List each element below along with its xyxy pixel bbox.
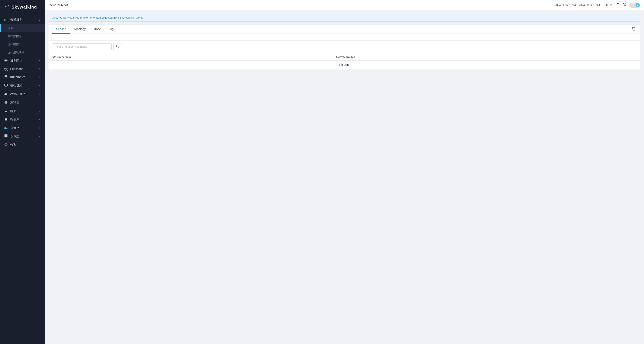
- cloud-icon: [4, 92, 8, 96]
- sidebar-label-general-services: 普通服务: [10, 18, 22, 22]
- search-bar: [49, 40, 640, 53]
- sidebar: Skywalking 普通服务 ▲ 服务 虚拟数据库 虚拟缓存 虚拟消息队列: [0, 0, 45, 344]
- sidebar-label-self-monitor: 自监控: [10, 126, 19, 130]
- sidebar-item-aws-cloud[interactable]: AWS云服务 ▼: [0, 90, 45, 98]
- tab-log-label: Log: [108, 27, 114, 31]
- svg-point-14: [6, 85, 6, 86]
- sidebar-item-infrastructure[interactable]: 基础设施 ▼: [0, 81, 45, 90]
- sidebar-item-self-monitor[interactable]: Sw 自监控 ▼: [0, 124, 45, 132]
- view-toggle[interactable]: V: [629, 2, 640, 8]
- chevron-down-icon-3: ▼: [38, 76, 41, 78]
- sidebar-label-virtual-mq: 虚拟消息队列: [8, 50, 24, 54]
- svg-point-40: [116, 45, 118, 47]
- sidebar-label-virtual-db: 虚拟数据库: [8, 34, 22, 38]
- svg-rect-2: [4, 20, 5, 21]
- svg-rect-29: [4, 134, 6, 136]
- sidebar-item-dashboard[interactable]: 仪表盘 ▼: [0, 132, 45, 141]
- svg-rect-27: [5, 119, 7, 120]
- svg-rect-32: [6, 136, 8, 138]
- sidebar-label-aws: AWS云服务: [10, 92, 26, 96]
- chevron-down-icon-7: ▼: [38, 118, 41, 121]
- svg-point-35: [6, 145, 6, 146]
- sidebar-item-virtual-db[interactable]: 虚拟数据库: [0, 32, 45, 40]
- info-bar-text: Observe Service through telemetry data c…: [52, 16, 143, 19]
- skywalking-logo-icon: [4, 4, 10, 11]
- sidebar-logo: Skywalking: [0, 0, 45, 14]
- sidebar-label-database: 数据库: [10, 118, 19, 122]
- chevron-down-icon-4: ▼: [38, 84, 41, 87]
- chevron-down-icon-8: ▼: [38, 127, 41, 129]
- sidebar-item-gateway[interactable]: 网关 ▼: [0, 107, 45, 116]
- col-header-service-groups: Service Groups: [49, 53, 333, 60]
- svg-rect-39: [633, 28, 635, 30]
- refresh-button[interactable]: [616, 2, 620, 8]
- time-range: 2024-02-02 16:14 ~ 2024-02-02 16:44: [555, 4, 600, 6]
- svg-rect-6: [4, 60, 8, 61]
- svg-rect-3: [6, 18, 6, 21]
- content-area: Observe Service through telemetry data c…: [45, 10, 644, 344]
- sidebar-item-functions[interactable]: f(x) Functions ▼: [0, 65, 45, 73]
- chevron-up-icon: ▲: [38, 18, 41, 21]
- info-bar: Observe Service through telemetry data c…: [49, 14, 640, 22]
- gateway-icon: [4, 109, 8, 113]
- more-options-button[interactable]: ⋮: [634, 35, 638, 39]
- tab-topology-label: Topology: [74, 27, 86, 31]
- chevron-down-icon-5: ▼: [38, 93, 41, 96]
- sidebar-label-service-mesh: 服务网格: [10, 59, 22, 63]
- sidebar-item-services[interactable]: 服务: [0, 24, 45, 32]
- toggle-knob: V: [636, 3, 640, 7]
- search-button[interactable]: [113, 43, 122, 50]
- sidebar-item-alert[interactable]: 告警: [0, 141, 45, 149]
- kubernetes-icon: [4, 75, 8, 79]
- sidebar-label-kubernetes: Kubernetes: [10, 75, 26, 79]
- copy-button[interactable]: [631, 25, 636, 33]
- topbar-right: 2024-02-02 16:14 ~ 2024-02-02 16:44 UTC+…: [555, 2, 640, 8]
- service-card: ⋮ Service Groups Service Names: [49, 34, 640, 69]
- svg-rect-31: [4, 136, 6, 138]
- info-button[interactable]: [622, 2, 626, 8]
- sidebar-label-virtual-cache: 虚拟缓存: [8, 42, 19, 46]
- sidebar-item-virtual-cache[interactable]: 虚拟缓存: [0, 40, 45, 48]
- tab-log[interactable]: Log: [105, 25, 117, 34]
- toggle-label: V: [637, 4, 638, 6]
- sidebar-label-dashboard: 仪表盘: [10, 134, 19, 138]
- col-header-service-names: Service Names: [333, 53, 640, 60]
- main-content: General-Root 2024-02-02 16:14 ~ 2024-02-…: [45, 0, 644, 344]
- sidebar-label-functions: Functions: [10, 67, 23, 71]
- sidebar-item-general-services[interactable]: 普通服务 ▲: [0, 16, 45, 24]
- svg-point-38: [624, 4, 624, 4]
- chevron-down-icon: ▼: [38, 60, 41, 62]
- tab-topology[interactable]: Topology: [70, 25, 90, 34]
- svg-point-9: [6, 76, 6, 77]
- sidebar-item-browser[interactable]: 浏览器: [0, 98, 45, 107]
- chevron-down-icon-2: ▼: [38, 68, 41, 70]
- service-table: Service Groups Service Names No Data: [49, 53, 640, 69]
- sidebar-logo-text: Skywalking: [12, 5, 37, 10]
- svg-rect-4: [6, 18, 7, 21]
- sidebar-label-browser: 浏览器: [10, 101, 19, 104]
- sidebar-item-service-mesh[interactable]: 服务网格 ▼: [0, 56, 45, 65]
- service-search-input[interactable]: [52, 43, 112, 50]
- svg-rect-28: [5, 120, 7, 120]
- chart-bar-icon: [4, 18, 8, 22]
- tab-service[interactable]: Service: [52, 25, 70, 34]
- tab-trace[interactable]: Trace: [90, 25, 105, 34]
- sidebar-item-kubernetes[interactable]: Kubernetes ▼: [0, 73, 45, 81]
- database-icon: [4, 118, 8, 122]
- svg-rect-30: [6, 134, 8, 136]
- svg-rect-37: [624, 4, 624, 6]
- no-data-cell: No Data: [49, 60, 640, 69]
- functions-icon: f(x): [4, 67, 8, 71]
- topbar: General-Root 2024-02-02 16:14 ~ 2024-02-…: [45, 0, 644, 10]
- sidebar-item-virtual-mq[interactable]: 虚拟消息队列: [0, 48, 45, 56]
- globe-icon: [4, 100, 8, 105]
- sidebar-item-database[interactable]: 数据库 ▼: [0, 116, 45, 124]
- chevron-down-icon-9: ▼: [38, 135, 41, 138]
- tab-trace-label: Trace: [94, 27, 101, 31]
- mesh-icon: [4, 59, 8, 63]
- sidebar-label-alert: 告警: [10, 143, 16, 147]
- dashboard-icon: [4, 134, 8, 138]
- page-title: General-Root: [49, 3, 68, 7]
- sidebar-nav: 普通服务 ▲ 服务 虚拟数据库 虚拟缓存 虚拟消息队列 服务网格 ▼: [0, 14, 45, 150]
- svg-rect-26: [5, 118, 7, 119]
